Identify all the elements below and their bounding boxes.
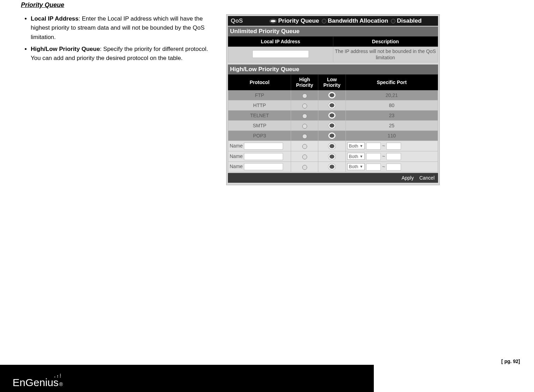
high-priority-radio[interactable] (302, 134, 307, 139)
custom-row: Name Both▼ ~ (228, 151, 438, 162)
high-priority-radio[interactable] (302, 104, 307, 108)
col-high: High Priority (291, 75, 318, 90)
port-from-input[interactable] (366, 143, 381, 150)
col-local-ip: Local IP Address (228, 37, 333, 47)
high-priority-radio[interactable] (302, 93, 307, 98)
protocol-cell: HTTP (228, 100, 291, 111)
port-from-input[interactable] (366, 153, 381, 160)
port-cell: 23 (346, 111, 438, 121)
chevron-down-icon: ▼ (359, 165, 363, 168)
low-priority-radio[interactable] (328, 122, 336, 129)
table-row: TELNET 23 (228, 111, 438, 121)
bullet-local-ip: Local IP Address: Enter the Local IP add… (31, 14, 216, 42)
section-title: Priority Queue (21, 1, 513, 9)
chevron-down-icon: ▼ (359, 154, 363, 158)
protocol-cell: FTP (228, 90, 291, 100)
name-label: Name (230, 143, 243, 148)
low-priority-radio[interactable] (328, 143, 336, 150)
port-cell: 25 (346, 121, 438, 131)
apply-button[interactable]: Apply (401, 175, 414, 181)
page-number: [ pg. 92] (501, 359, 520, 364)
port-type-select[interactable]: Both▼ (347, 163, 365, 170)
high-priority-radio[interactable] (302, 124, 307, 129)
col-low: Low Priority (318, 75, 346, 90)
qos-radio-priority-queue[interactable]: Priority Queue (269, 17, 319, 24)
name-label: Name (230, 153, 243, 159)
priority-queue-table: Protocol High Priority Low Priority Spec… (228, 74, 438, 172)
local-ip-cell (228, 47, 333, 62)
qos-radio-bandwidth[interactable]: Bandwidth Allocation (322, 17, 388, 24)
port-type-select[interactable]: Both▼ (347, 153, 365, 160)
low-priority-radio[interactable] (328, 153, 336, 160)
local-ip-input[interactable] (252, 50, 309, 58)
wifi-icon: ⠄⠆⠇ (54, 373, 62, 379)
col-port: Specific Port (346, 75, 438, 90)
high-priority-radio[interactable] (302, 154, 307, 159)
qos-radio-disabled[interactable]: Disabled (391, 17, 422, 24)
button-bar: Apply Cancel (228, 173, 438, 183)
custom-row: Name Both▼ ~ (228, 161, 438, 172)
name-input[interactable] (244, 143, 283, 150)
port-to-input[interactable] (386, 164, 401, 171)
name-input[interactable] (244, 163, 283, 170)
chevron-down-icon: ▼ (359, 144, 363, 148)
radio-dot-icon (269, 19, 277, 23)
custom-row: Name Both▼ ~ (228, 141, 438, 151)
bullet-label: Local IP Address (31, 15, 79, 22)
unlimited-queue-heading: Unlimited Priority Queue (228, 27, 438, 36)
port-cell: 20,21 (346, 90, 438, 100)
table-row: FTP 20,21 (228, 90, 438, 100)
bullet-label: High/Low Priority Queue (31, 46, 100, 52)
protocol-cell: TELNET (228, 111, 291, 121)
port-cell: 80 (346, 100, 438, 111)
table-row: POP3 110 (228, 131, 438, 141)
low-priority-radio[interactable] (328, 132, 336, 139)
name-label: Name (230, 164, 243, 169)
high-priority-radio[interactable] (302, 144, 307, 149)
cancel-button[interactable]: Cancel (419, 175, 435, 181)
page-footer: EnGenius® ⠄⠆⠇ (0, 365, 534, 392)
port-to-input[interactable] (386, 143, 401, 150)
table-row: SMTP 25 (228, 121, 438, 131)
table-row: HTTP 80 (228, 100, 438, 111)
port-cell: 110 (346, 131, 438, 141)
protocol-cell: SMTP (228, 121, 291, 131)
name-input[interactable] (244, 153, 283, 160)
port-to-input[interactable] (386, 153, 401, 160)
low-priority-radio[interactable] (328, 163, 336, 170)
high-priority-radio[interactable] (302, 114, 307, 119)
priority-queue-heading: High/Low Priority Queue (228, 65, 438, 74)
qos-mode-row: QoS Priority Queue Bandwidth Allocation … (228, 16, 438, 26)
description-cell: The IP address will not be bounded in th… (333, 47, 438, 62)
port-from-input[interactable] (366, 164, 381, 171)
low-priority-radio[interactable] (328, 112, 336, 119)
high-priority-radio[interactable] (302, 165, 307, 170)
radio-dot-icon (391, 19, 395, 23)
col-protocol: Protocol (228, 75, 291, 90)
protocol-cell: POP3 (228, 131, 291, 141)
engenius-logo: EnGenius® ⠄⠆⠇ (13, 377, 63, 389)
qos-label: QoS (231, 17, 243, 24)
low-priority-radio[interactable] (328, 102, 336, 109)
radio-dot-icon (322, 19, 326, 23)
screenshot-panel: QoS Priority Queue Bandwidth Allocation … (226, 14, 440, 185)
bullet-priority-queue: High/Low Priority Queue: Specify the pri… (31, 45, 216, 63)
low-priority-radio[interactable] (328, 92, 336, 99)
port-type-select[interactable]: Both▼ (347, 142, 365, 149)
unlimited-queue-table: Local IP Address Description The IP addr… (228, 36, 438, 62)
description-column: Local IP Address: Enter the Local IP add… (21, 14, 216, 66)
col-description: Description (333, 37, 438, 47)
